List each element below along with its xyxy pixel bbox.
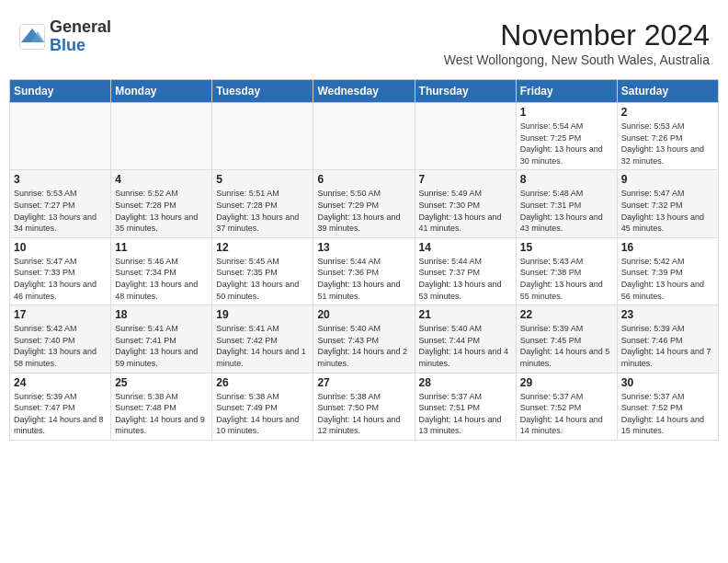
day-info: Sunrise: 5:47 AM Sunset: 7:32 PM Dayligh…	[621, 188, 714, 234]
day-number: 15	[520, 241, 613, 254]
day-info: Sunrise: 5:37 AM Sunset: 7:52 PM Dayligh…	[621, 391, 714, 437]
day-number: 6	[317, 173, 410, 186]
calendar-cell: 24Sunrise: 5:39 AM Sunset: 7:47 PM Dayli…	[10, 373, 111, 440]
day-number: 28	[419, 376, 512, 389]
day-number: 7	[419, 173, 512, 186]
day-number: 27	[317, 376, 410, 389]
day-info: Sunrise: 5:41 AM Sunset: 7:42 PM Dayligh…	[216, 323, 309, 369]
calendar-cell: 18Sunrise: 5:41 AM Sunset: 7:41 PM Dayli…	[111, 305, 212, 373]
logo-text: General Blue	[50, 18, 111, 55]
day-header-sunday: Sunday	[10, 80, 111, 103]
month-title: November 2024	[444, 18, 710, 52]
calendar-cell: 8Sunrise: 5:48 AM Sunset: 7:31 PM Daylig…	[516, 170, 617, 237]
calendar-cell: 16Sunrise: 5:42 AM Sunset: 7:39 PM Dayli…	[617, 237, 718, 304]
title-block: November 2024 West Wollongong, New South…	[444, 18, 710, 67]
calendar-cell: 9Sunrise: 5:47 AM Sunset: 7:32 PM Daylig…	[617, 170, 718, 237]
day-header-thursday: Thursday	[415, 80, 516, 103]
day-number: 22	[520, 308, 613, 321]
page-header: General Blue November 2024 West Wollongo…	[9, 9, 719, 72]
day-number: 14	[419, 241, 512, 254]
calendar-cell	[10, 103, 111, 170]
calendar-cell	[111, 103, 212, 170]
logo: General Blue	[18, 18, 111, 55]
day-number: 11	[115, 241, 208, 254]
calendar-cell: 23Sunrise: 5:39 AM Sunset: 7:46 PM Dayli…	[617, 305, 718, 373]
day-number: 16	[621, 241, 714, 254]
day-info: Sunrise: 5:42 AM Sunset: 7:39 PM Dayligh…	[621, 256, 714, 302]
calendar-cell: 17Sunrise: 5:42 AM Sunset: 7:40 PM Dayli…	[10, 305, 111, 373]
calendar-cell: 27Sunrise: 5:38 AM Sunset: 7:50 PM Dayli…	[313, 373, 415, 440]
day-number: 13	[317, 241, 410, 254]
day-header-wednesday: Wednesday	[313, 80, 415, 103]
day-number: 20	[317, 308, 410, 321]
day-number: 19	[216, 308, 309, 321]
location-title: West Wollongong, New South Wales, Austra…	[444, 52, 710, 67]
calendar-cell: 22Sunrise: 5:39 AM Sunset: 7:45 PM Dayli…	[516, 305, 617, 373]
day-info: Sunrise: 5:48 AM Sunset: 7:31 PM Dayligh…	[520, 188, 613, 234]
day-info: Sunrise: 5:40 AM Sunset: 7:44 PM Dayligh…	[419, 323, 512, 369]
calendar-cell: 7Sunrise: 5:49 AM Sunset: 7:30 PM Daylig…	[415, 170, 516, 237]
day-number: 5	[216, 173, 309, 186]
day-info: Sunrise: 5:44 AM Sunset: 7:37 PM Dayligh…	[419, 256, 512, 302]
day-number: 2	[621, 106, 714, 119]
calendar-cell: 30Sunrise: 5:37 AM Sunset: 7:52 PM Dayli…	[617, 373, 718, 440]
day-info: Sunrise: 5:49 AM Sunset: 7:30 PM Dayligh…	[419, 188, 512, 234]
day-header-tuesday: Tuesday	[212, 80, 313, 103]
day-number: 29	[520, 376, 613, 389]
calendar-cell: 6Sunrise: 5:50 AM Sunset: 7:29 PM Daylig…	[313, 170, 415, 237]
day-info: Sunrise: 5:37 AM Sunset: 7:51 PM Dayligh…	[419, 391, 512, 437]
calendar-cell	[313, 103, 415, 170]
calendar-week-5: 24Sunrise: 5:39 AM Sunset: 7:47 PM Dayli…	[10, 373, 719, 440]
calendar-cell: 19Sunrise: 5:41 AM Sunset: 7:42 PM Dayli…	[212, 305, 313, 373]
day-info: Sunrise: 5:45 AM Sunset: 7:35 PM Dayligh…	[216, 256, 309, 302]
day-number: 21	[419, 308, 512, 321]
calendar-cell: 14Sunrise: 5:44 AM Sunset: 7:37 PM Dayli…	[415, 237, 516, 304]
day-number: 12	[216, 241, 309, 254]
day-info: Sunrise: 5:50 AM Sunset: 7:29 PM Dayligh…	[317, 188, 410, 234]
calendar-header-row: SundayMondayTuesdayWednesdayThursdayFrid…	[10, 80, 719, 103]
day-number: 1	[520, 106, 613, 119]
calendar-cell: 11Sunrise: 5:46 AM Sunset: 7:34 PM Dayli…	[111, 237, 212, 304]
day-info: Sunrise: 5:37 AM Sunset: 7:52 PM Dayligh…	[520, 391, 613, 437]
calendar-cell: 5Sunrise: 5:51 AM Sunset: 7:28 PM Daylig…	[212, 170, 313, 237]
day-info: Sunrise: 5:40 AM Sunset: 7:43 PM Dayligh…	[317, 323, 410, 369]
day-number: 25	[115, 376, 208, 389]
day-header-saturday: Saturday	[617, 80, 718, 103]
logo-general: General	[50, 18, 111, 37]
calendar-cell: 20Sunrise: 5:40 AM Sunset: 7:43 PM Dayli…	[313, 305, 415, 373]
day-number: 23	[621, 308, 714, 321]
calendar-cell: 10Sunrise: 5:47 AM Sunset: 7:33 PM Dayli…	[10, 237, 111, 304]
day-info: Sunrise: 5:53 AM Sunset: 7:26 PM Dayligh…	[621, 121, 714, 167]
day-info: Sunrise: 5:52 AM Sunset: 7:28 PM Dayligh…	[115, 188, 208, 234]
day-info: Sunrise: 5:46 AM Sunset: 7:34 PM Dayligh…	[115, 256, 208, 302]
day-number: 24	[14, 376, 107, 389]
calendar-cell: 4Sunrise: 5:52 AM Sunset: 7:28 PM Daylig…	[111, 170, 212, 237]
logo-blue: Blue	[50, 37, 111, 55]
calendar-cell: 15Sunrise: 5:43 AM Sunset: 7:38 PM Dayli…	[516, 237, 617, 304]
calendar-cell: 25Sunrise: 5:38 AM Sunset: 7:48 PM Dayli…	[111, 373, 212, 440]
calendar-week-1: 1Sunrise: 5:54 AM Sunset: 7:25 PM Daylig…	[10, 103, 719, 170]
day-info: Sunrise: 5:41 AM Sunset: 7:41 PM Dayligh…	[115, 323, 208, 369]
day-info: Sunrise: 5:39 AM Sunset: 7:45 PM Dayligh…	[520, 323, 613, 369]
calendar-cell	[415, 103, 516, 170]
calendar-table: SundayMondayTuesdayWednesdayThursdayFrid…	[9, 79, 719, 441]
calendar-cell: 2Sunrise: 5:53 AM Sunset: 7:26 PM Daylig…	[617, 103, 718, 170]
day-number: 4	[115, 173, 208, 186]
day-header-friday: Friday	[516, 80, 617, 103]
calendar-cell: 21Sunrise: 5:40 AM Sunset: 7:44 PM Dayli…	[415, 305, 516, 373]
day-info: Sunrise: 5:42 AM Sunset: 7:40 PM Dayligh…	[14, 323, 107, 369]
day-info: Sunrise: 5:39 AM Sunset: 7:46 PM Dayligh…	[621, 323, 714, 369]
day-info: Sunrise: 5:54 AM Sunset: 7:25 PM Dayligh…	[520, 121, 613, 167]
day-info: Sunrise: 5:51 AM Sunset: 7:28 PM Dayligh…	[216, 188, 309, 234]
day-number: 10	[14, 241, 107, 254]
calendar-cell: 1Sunrise: 5:54 AM Sunset: 7:25 PM Daylig…	[516, 103, 617, 170]
calendar-cell: 29Sunrise: 5:37 AM Sunset: 7:52 PM Dayli…	[516, 373, 617, 440]
day-number: 17	[14, 308, 107, 321]
day-header-monday: Monday	[111, 80, 212, 103]
day-number: 18	[115, 308, 208, 321]
day-number: 9	[621, 173, 714, 186]
day-info: Sunrise: 5:38 AM Sunset: 7:49 PM Dayligh…	[216, 391, 309, 437]
day-number: 30	[621, 376, 714, 389]
calendar-cell: 28Sunrise: 5:37 AM Sunset: 7:51 PM Dayli…	[415, 373, 516, 440]
calendar-cell	[212, 103, 313, 170]
